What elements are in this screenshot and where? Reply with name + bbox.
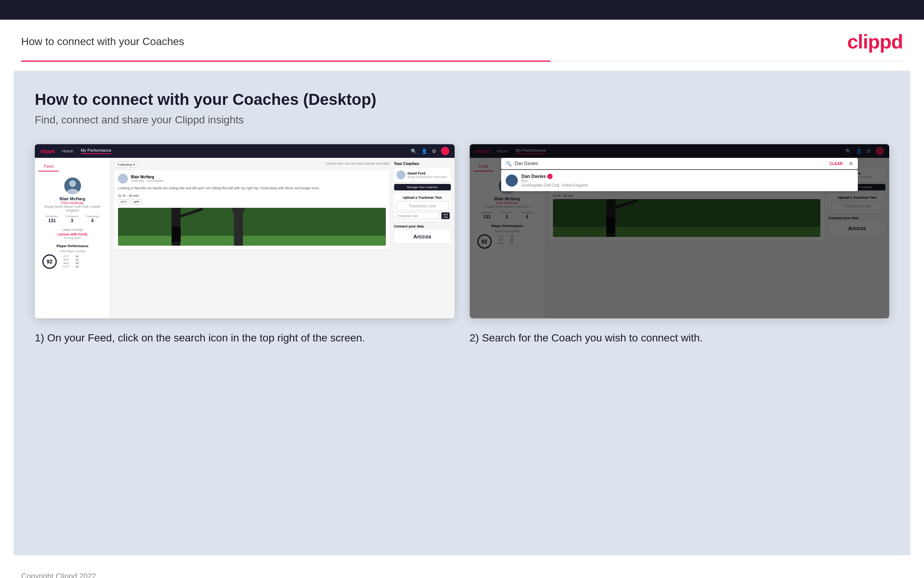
connect-data: Connect your data Arccos — [394, 224, 451, 244]
search-icon: 🔍 — [506, 161, 512, 167]
coach-club-text: Royal North Devon Golf Club — [408, 175, 447, 179]
result-club: Sunningdale Golf Club, United Kingdom — [521, 183, 589, 187]
app-btn[interactable]: APP — [131, 199, 142, 205]
add-link-btn[interactable]: Add Link — [442, 212, 450, 219]
nav-logo-1: clippd — [40, 148, 55, 154]
user-icon-nav[interactable]: 👤 — [421, 148, 427, 154]
feed-tab[interactable]: Feed — [39, 162, 58, 172]
clippd-logo: clippd — [847, 30, 903, 53]
result-role: Pro — [521, 179, 589, 183]
search-result[interactable]: Dan Davies ✓ Pro Sunningdale Golf Club, … — [501, 170, 858, 191]
svg-rect-9 — [234, 213, 243, 245]
settings-icon-nav[interactable]: ⚙ — [432, 148, 437, 154]
followers-label: Followers — [65, 214, 78, 218]
stats-row: Activities 131 Followers 3 Following — [39, 212, 106, 226]
close-icon[interactable]: ✕ — [849, 161, 853, 167]
coach-avatar — [396, 170, 405, 179]
result-badge: ✓ — [547, 174, 553, 179]
screenshot-1: clippd Home My Performance 🔍 👤 ⚙ — [35, 144, 455, 318]
arccos-box: Arccos — [394, 230, 451, 244]
result-avatar — [506, 174, 518, 187]
trackman-input[interactable] — [396, 212, 440, 219]
section-title: How to connect with your Coaches (Deskto… — [35, 91, 889, 109]
following-label: Following — [86, 214, 99, 218]
bar-arg: ARG 86 — [62, 262, 79, 265]
performance-section: Player Performance Total Player Quality … — [39, 242, 106, 271]
step-1-text: 1) On your Feed, click on the search ico… — [35, 330, 455, 345]
profile-section: Blair McHarg Plus Handicap Royal North D… — [35, 174, 110, 274]
result-name: Dan Davies — [521, 174, 546, 179]
profile-name: Blair McHarg — [39, 196, 106, 201]
copyright: Copyright Clippd 2022 — [21, 572, 96, 578]
svg-point-1 — [69, 180, 76, 187]
app-body-1: Feed Blair McHarg Plus Handicap Royal No… — [35, 158, 455, 318]
trackman-title: Upload a Trackman Test — [396, 196, 448, 200]
main-content: How to connect with your Coaches (Deskto… — [14, 71, 910, 555]
post-card: Blair McHarg Yesterday · Sunningdale Loo… — [114, 170, 390, 250]
search-icon-nav[interactable]: 🔍 — [411, 148, 417, 154]
post-buttons: OTT APP — [118, 199, 386, 205]
feed-main: Following ▾ Control who can see your act… — [114, 162, 390, 315]
search-bar[interactable]: 🔍 Dan Davies CLEAR ✕ — [501, 158, 858, 169]
page-title: How to connect with your Coaches — [21, 36, 184, 48]
post-image — [118, 208, 386, 246]
activities-val: 131 — [46, 218, 58, 223]
performance-bars: OTT 90 APP 85 — [62, 255, 79, 269]
following-val: 4 — [86, 218, 99, 223]
control-text[interactable]: Control who can see your activity and da… — [325, 162, 390, 166]
perf-sub: Total Player Quality — [42, 250, 102, 253]
search-query[interactable]: Dan Davies — [515, 161, 827, 166]
post-name: Blair McHarg — [131, 175, 163, 179]
coach-name: David Ford — [408, 172, 447, 175]
activity-date: 03 Aug 2022 — [42, 236, 102, 240]
step-2-text: 2) Search for the Coach you wish to conn… — [470, 330, 890, 345]
followers-val: 3 — [65, 218, 78, 223]
feed-area-1: Following ▾ Control who can see your act… — [110, 158, 455, 318]
header-divider — [21, 60, 903, 62]
post-header: Blair McHarg Yesterday · Sunningdale — [118, 174, 386, 183]
app-sidebar-1: Feed Blair McHarg Plus Handicap Royal No… — [35, 158, 110, 318]
screenshot-block-2: clippd Home My Performance 🔍 👤 ⚙ — [470, 144, 890, 345]
score-circle: 92 — [42, 254, 57, 269]
profile-handicap: Plus Handicap — [39, 201, 106, 205]
right-panel-1: Your Coaches David Ford Royal North Devo… — [394, 162, 451, 315]
screenshot-2: clippd Home My Performance 🔍 👤 ⚙ — [470, 144, 890, 318]
app-ui-1: clippd Home My Performance 🔍 👤 ⚙ — [35, 144, 455, 318]
perf-title: Player Performance — [42, 244, 102, 248]
bar-ott: OTT 90 — [62, 255, 79, 258]
post-sub: Yesterday · Sunningdale — [131, 179, 163, 182]
bar-putt: PUTT 96 — [62, 265, 79, 268]
avatar-nav[interactable] — [441, 147, 449, 155]
post-duration: 01 hr : 30 min — [118, 194, 386, 198]
ott-btn[interactable]: OTT — [118, 199, 129, 205]
activity-label: Latest Activity — [42, 228, 102, 232]
top-bar — [0, 0, 924, 19]
footer: Copyright Clippd 2022 — [0, 564, 924, 578]
bar-app: APP 85 — [62, 258, 79, 261]
clear-button[interactable]: CLEAR — [829, 162, 842, 166]
profile-avatar-1 — [64, 177, 81, 194]
following-pill[interactable]: Following ▾ — [114, 162, 138, 168]
app-nav-1: clippd Home My Performance 🔍 👤 ⚙ — [35, 144, 455, 158]
section-subtitle: Find, connect and share your Clippd insi… — [35, 114, 889, 126]
activity-section: Latest Activity Lesson with Fordy 03 Aug… — [39, 226, 106, 242]
nav-icons-1: 🔍 👤 ⚙ — [411, 147, 449, 155]
svg-rect-4 — [118, 235, 386, 245]
coach-card: David Ford Royal North Devon Golf Club — [394, 168, 451, 182]
trackman-inner: Trackman Link — [396, 201, 448, 211]
nav-my-performance-1[interactable]: My Performance — [81, 148, 112, 154]
post-text: Looking to feel like my hands are exitin… — [118, 186, 386, 191]
arccos-logo: Arccos — [398, 234, 447, 240]
profile-club: Royal North Devon Golf Club, United King… — [39, 205, 106, 212]
screenshot-block-1: clippd Home My Performance 🔍 👤 ⚙ — [35, 144, 455, 345]
activity-val: Lesson with Fordy — [42, 232, 102, 236]
svg-rect-6 — [172, 209, 181, 245]
manage-coaches-btn[interactable]: Manage Your Coaches — [394, 184, 451, 190]
activities-label: Activities — [46, 214, 58, 218]
connect-title: Connect your data — [394, 224, 451, 228]
trackman-box: Upload a Trackman Test Trackman Link Add… — [394, 193, 451, 221]
screenshots-row: clippd Home My Performance 🔍 👤 ⚙ — [35, 144, 889, 345]
coaches-title: Your Coaches — [394, 162, 451, 166]
search-overlay: 🔍 Dan Davies CLEAR ✕ Dan Davies ✓ Pro — [470, 144, 890, 318]
nav-home-1[interactable]: Home — [62, 149, 73, 153]
